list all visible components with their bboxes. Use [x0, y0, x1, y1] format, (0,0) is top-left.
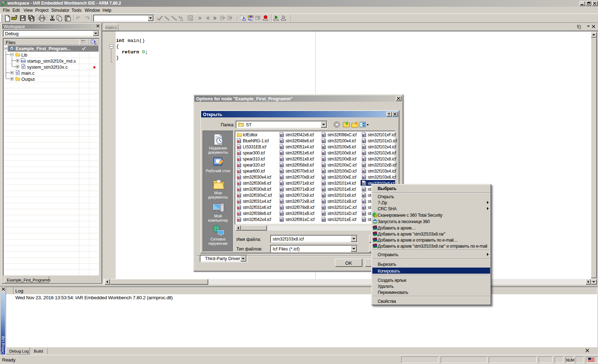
svg-text:10: 10 — [94, 43, 96, 45]
svg-text:Asm: Asm — [21, 59, 26, 63]
svg-text:C: C — [22, 65, 25, 69]
svg-text:10: 10 — [250, 19, 253, 21]
svg-text:C: C — [17, 71, 19, 75]
